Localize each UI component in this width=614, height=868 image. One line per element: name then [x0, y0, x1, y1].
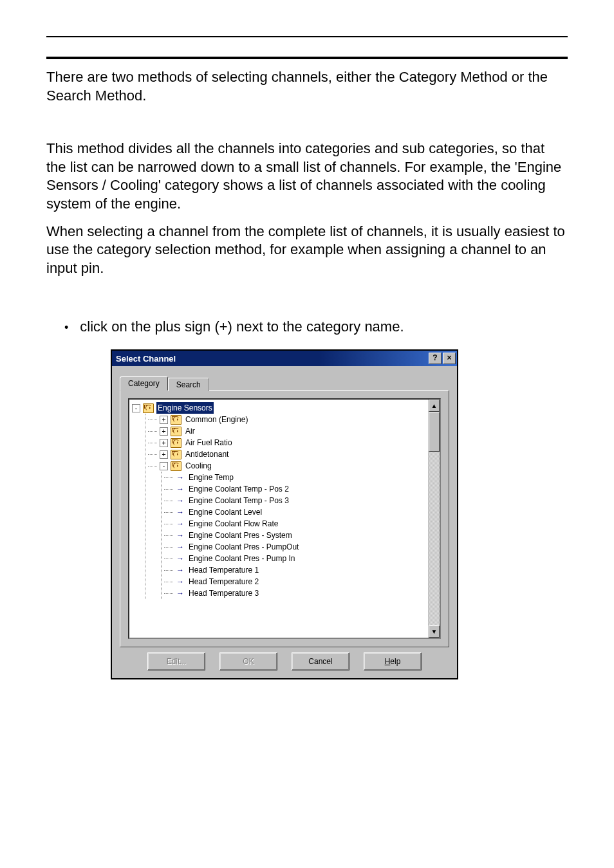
expand-icon[interactable]: +	[160, 416, 168, 424]
arrow-icon: →	[176, 472, 185, 483]
dialog-title: Select Channel	[116, 354, 427, 364]
folder-icon	[171, 415, 181, 425]
expand-icon[interactable]: +	[160, 427, 168, 436]
scroll-track[interactable]	[429, 412, 440, 625]
folder-icon	[171, 427, 181, 436]
arrow-icon: →	[176, 576, 185, 587]
arrow-icon: →	[176, 506, 185, 518]
folder-icon	[143, 403, 154, 413]
method-paragraph-2: When selecting a channel from the comple…	[46, 223, 568, 278]
category-tab-panel: -Engine Sensors+Common (Engine)+Air+Air …	[120, 390, 449, 647]
arrow-icon: →	[176, 530, 185, 541]
titlebar[interactable]: Select Channel ? ×	[112, 351, 457, 366]
tab-category[interactable]: Category	[120, 376, 168, 391]
folder-icon	[171, 438, 181, 448]
expand-icon[interactable]: +	[160, 450, 168, 459]
tree-node-label[interactable]: Engine Temp	[187, 472, 235, 483]
bullet-item: • click on the plus sign (+) next to the…	[64, 319, 568, 337]
edit-button: Edit...	[147, 652, 205, 670]
tree-node-label[interactable]: Head Temperature 3	[187, 587, 260, 599]
tree-node-label[interactable]: Engine Coolant Flow Rate	[187, 518, 279, 530]
arrow-icon: →	[176, 541, 185, 553]
arrow-icon: →	[176, 564, 185, 576]
arrow-icon: →	[176, 587, 185, 599]
scroll-up-button[interactable]: ▲	[429, 400, 440, 412]
tree-node-label[interactable]: Engine Sensors	[156, 402, 214, 414]
ok-button: OK	[219, 652, 277, 670]
scroll-down-button[interactable]: ▼	[429, 625, 440, 638]
tree-node-label[interactable]: Head Temperature 2	[187, 576, 260, 587]
tree-node-label[interactable]: Head Temperature 1	[187, 564, 260, 576]
arrow-icon: →	[176, 495, 185, 506]
help-titlebar-button[interactable]: ?	[429, 353, 442, 364]
section-rule	[46, 57, 568, 59]
collapse-icon[interactable]: -	[160, 462, 168, 470]
tree-node-label[interactable]: Common (Engine)	[184, 414, 249, 425]
collapse-icon[interactable]: -	[132, 404, 140, 412]
bullet-dot-icon: •	[64, 319, 68, 337]
help-button[interactable]: Help	[364, 652, 422, 670]
tree-node-label[interactable]: Air	[184, 425, 196, 437]
intro-paragraph: There are two methods of selecting chann…	[46, 68, 568, 105]
bullet-text: click on the plus sign (+) next to the c…	[80, 319, 404, 335]
tabstrip: Category Search	[120, 374, 449, 390]
tab-search[interactable]: Search	[168, 378, 209, 391]
tree-node-label[interactable]: Air Fuel Ratio	[184, 437, 234, 448]
tree-node-label[interactable]: Antidetonant	[184, 448, 230, 460]
tree-scrollbar[interactable]: ▲ ▼	[428, 400, 440, 638]
arrow-icon: →	[176, 518, 185, 530]
arrow-icon: →	[176, 483, 185, 495]
tree-node-label[interactable]: Engine Coolant Level	[187, 506, 263, 518]
method-paragraph-1: This method divides all the channels int…	[46, 140, 568, 213]
close-titlebar-button[interactable]: ×	[443, 353, 456, 364]
tree-node-label[interactable]: Engine Coolant Temp - Pos 2	[187, 483, 290, 495]
tree-node-label[interactable]: Engine Coolant Temp - Pos 3	[187, 495, 290, 506]
scroll-thumb[interactable]	[429, 412, 440, 452]
cancel-button[interactable]: Cancel	[292, 652, 349, 670]
expand-icon[interactable]: +	[160, 439, 168, 447]
tree-node-label[interactable]: Engine Coolant Pres - PumpOut	[187, 541, 300, 553]
tree-node-label[interactable]: Engine Coolant Pres - System	[187, 530, 293, 541]
channel-tree[interactable]: -Engine Sensors+Common (Engine)+Air+Air …	[129, 400, 428, 638]
select-channel-dialog: Select Channel ? × Category Search -Engi…	[111, 349, 458, 679]
folder-icon	[171, 450, 181, 459]
folder-icon	[171, 461, 181, 471]
arrow-icon: →	[176, 553, 185, 564]
tree-node-label[interactable]: Cooling	[184, 460, 213, 472]
tree-node-label[interactable]: Engine Coolant Pres - Pump In	[187, 553, 296, 564]
